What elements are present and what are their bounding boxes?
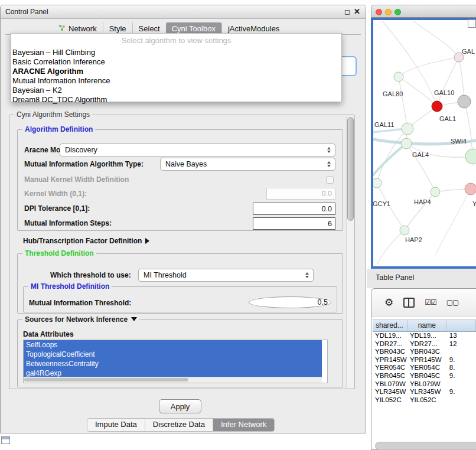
- gear-icon[interactable]: ⚙: [384, 296, 393, 309]
- dropdown-item[interactable]: Mutual Information Inference: [12, 76, 341, 86]
- attribute-list-item[interactable]: BetweennessCentrality: [24, 359, 322, 369]
- table-cell: 13: [447, 332, 476, 340]
- select-all-icon[interactable]: ☑☑: [425, 298, 436, 306]
- table-cell: YBR043C: [407, 348, 447, 356]
- aracne-mode-select[interactable]: Discovery: [60, 144, 335, 156]
- network-edge[interactable]: [464, 102, 472, 156]
- apply-button[interactable]: Apply: [159, 399, 201, 413]
- network-node[interactable]: [465, 149, 476, 164]
- dpi-tolerance-label: DPI Tolerance [0,1]:: [24, 204, 90, 213]
- table-row[interactable]: YLR345WYLR345W9.: [373, 388, 476, 396]
- network-node[interactable]: [401, 138, 412, 149]
- table-row[interactable]: YPR145WYPR145W9.: [373, 356, 476, 364]
- spinner-arrows-icon: [326, 147, 331, 153]
- tab-label: Cyni Toolbox: [172, 24, 216, 33]
- minimize-traffic-light-icon[interactable]: [385, 9, 392, 15]
- data-attributes-label: Data Attributes: [23, 330, 74, 338]
- algorithm-definition-title: Algorithm Definition: [22, 125, 95, 133]
- table-cell: 12: [447, 340, 476, 348]
- deselect-all-icon[interactable]: ▢▢: [446, 298, 459, 306]
- dropdown-item[interactable]: Bayesian – Hill Climbing: [12, 48, 341, 57]
- table-row[interactable]: YBL079WYBL079W: [373, 380, 476, 389]
- column-header[interactable]: shared...: [373, 320, 407, 331]
- tab-impute-data[interactable]: Impute Data: [87, 419, 145, 431]
- node-label: GAL10: [434, 89, 454, 96]
- network-node[interactable]: [465, 183, 476, 195]
- network-edge[interactable]: [399, 77, 437, 106]
- network-node[interactable]: [402, 123, 413, 135]
- dropdown-item[interactable]: Bayesian – K2: [12, 86, 341, 95]
- network-node[interactable]: [373, 178, 382, 188]
- node-label: Y: [472, 200, 476, 207]
- table-rows: YDL19...YDL19...13YDR27...YDR27...12YBR0…: [373, 332, 476, 404]
- table-cell: YER054C: [407, 364, 447, 372]
- network-node[interactable]: [432, 101, 442, 112]
- network-node[interactable]: [400, 226, 409, 235]
- bottom-tabs: Impute DataDiscretize DataInfer Network: [87, 418, 275, 432]
- manual-kernel-checkbox[interactable]: [326, 176, 334, 184]
- mi-steps-field[interactable]: 6: [253, 217, 335, 230]
- close-window-icon[interactable]: ✕: [354, 5, 360, 18]
- sources-toggle[interactable]: Sources for Network Inference: [22, 315, 139, 324]
- network-edge[interactable]: [437, 57, 459, 106]
- attribute-list-item[interactable]: SelfLoops: [24, 340, 322, 350]
- tab-infer-network[interactable]: Infer Network: [213, 419, 274, 431]
- network-edge[interactable]: [399, 57, 459, 77]
- table-row[interactable]: YDL19...YDL19...13: [373, 332, 476, 340]
- tab-label: Style: [109, 24, 126, 33]
- dpi-tolerance-field[interactable]: 0.0: [253, 203, 335, 215]
- which-threshold-select[interactable]: MI Threshold: [138, 269, 314, 282]
- close-traffic-light-icon[interactable]: [376, 9, 382, 15]
- dropdown-item[interactable]: Dream8 DC_TDC Algorithm: [12, 95, 341, 105]
- zoom-traffic-light-icon[interactable]: [395, 9, 401, 15]
- network-node[interactable]: [431, 187, 440, 197]
- network-edge[interactable]: [413, 21, 459, 57]
- column-header[interactable]: [446, 320, 476, 331]
- network-edge[interactable]: [436, 189, 470, 254]
- table-row[interactable]: YER054CYER054C8.: [373, 364, 476, 372]
- network-window-titlebar[interactable]: [371, 5, 476, 18]
- node-label: GAL4: [412, 151, 429, 158]
- settings-group-title: Cyni Algorithm Settings: [14, 110, 92, 119]
- table-bottom-scrollbar[interactable]: [375, 442, 476, 450]
- columns-icon[interactable]: [403, 298, 415, 308]
- table-cell: YBL079W: [373, 380, 407, 389]
- window-title: Control Panel: [5, 5, 48, 18]
- attribute-list-item[interactable]: TopologicalCoefficient: [24, 350, 322, 359]
- node-label: GAL: [462, 48, 475, 55]
- mi-type-select[interactable]: Naive Bayes: [160, 158, 335, 171]
- mi-threshold-field[interactable]: 0.5: [249, 296, 331, 308]
- table-row[interactable]: YDR27...YDR27...12: [373, 340, 476, 348]
- mi-steps-label: Mutual Information Steps:: [24, 219, 112, 227]
- column-header[interactable]: name: [407, 320, 446, 331]
- mi-threshold-label: Mutual Information Threshold:: [29, 299, 131, 307]
- table-cell: YPR145W: [373, 356, 407, 364]
- network-edge[interactable]: [405, 192, 435, 230]
- tab-label: Select: [139, 24, 160, 33]
- table-row[interactable]: YBR045CYBR045C9.: [373, 372, 476, 380]
- hidden-panel-icon[interactable]: [1, 436, 10, 444]
- float-window-icon[interactable]: ◻: [344, 5, 350, 18]
- node-label: GCY1: [373, 200, 390, 207]
- control-panel-titlebar[interactable]: Control Panel ◻ ✕: [1, 5, 366, 19]
- table-header: shared...name: [373, 319, 476, 332]
- network-edge[interactable]: [377, 230, 405, 265]
- network-node[interactable]: [394, 72, 403, 81]
- list-horizontal-scrollbar[interactable]: [24, 377, 322, 383]
- network-edge[interactable]: [373, 144, 406, 175]
- table-panel-window: ⚙ ☑☑ ▢▢ shared...name YDL19...YDL19...13…: [371, 288, 476, 450]
- scrollbar-thumb[interactable]: [347, 117, 354, 221]
- hub-section-toggle[interactable]: Hub/Transcription Factor Definition: [23, 237, 149, 245]
- kernel-width-field[interactable]: 0.0: [266, 188, 335, 200]
- tab-label: Network: [69, 24, 97, 33]
- tab-discretize-data[interactable]: Discretize Data: [145, 419, 213, 431]
- dropdown-item[interactable]: ARACNE Algorithm: [12, 67, 341, 76]
- table-row[interactable]: YBR043CYBR043C: [373, 348, 476, 356]
- network-node[interactable]: [458, 95, 471, 108]
- settings-vertical-scrollbar[interactable]: [346, 116, 354, 388]
- node-label: GAL1: [439, 115, 456, 122]
- scrollbar-thumb[interactable]: [24, 378, 188, 381]
- dropdown-item[interactable]: Basic Correlation Inference: [12, 57, 341, 67]
- network-edge[interactable]: [399, 77, 407, 129]
- table-row[interactable]: YIL052CYIL052C: [373, 396, 476, 405]
